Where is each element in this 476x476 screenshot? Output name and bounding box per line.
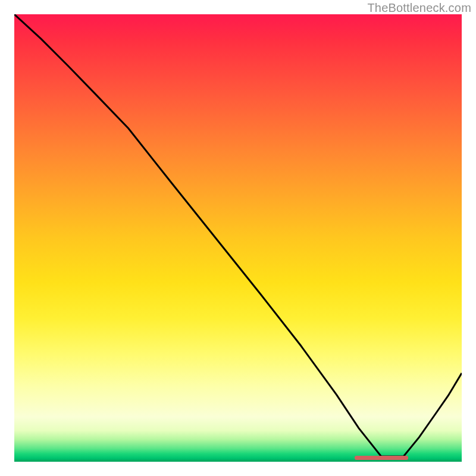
curve-path [14,14,462,456]
watermark-text: TheBottleneck.com [367,1,471,15]
plot-area [14,14,462,462]
bottleneck-curve [14,14,462,462]
optimal-range-marker [355,456,408,460]
